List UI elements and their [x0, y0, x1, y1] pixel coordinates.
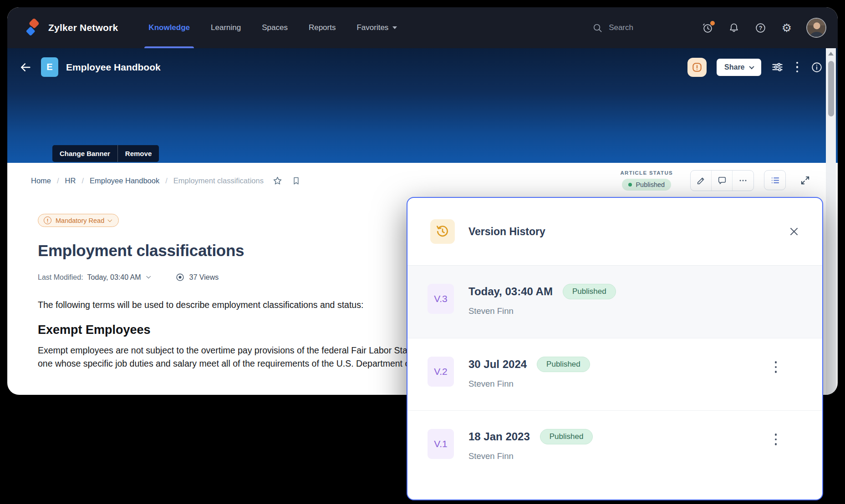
- more-options-button[interactable]: [733, 171, 753, 191]
- close-modal-button[interactable]: [789, 226, 799, 237]
- breadcrumb: Home / HR / Employee Handbook / Employme…: [31, 176, 301, 186]
- chevron-down-icon: [392, 26, 397, 29]
- version-author: Steven Finn: [468, 306, 616, 316]
- tab-knowledge[interactable]: Knowledge: [138, 7, 200, 48]
- notification-dot: [710, 21, 715, 25]
- last-modified-value[interactable]: Today, 03:40 AM: [87, 273, 141, 282]
- version-row-v1[interactable]: V.1 18 Jan 2023 Published Steven Finn: [407, 410, 822, 483]
- version-status-badge: Published: [540, 429, 593, 444]
- last-modified-label: Last Modified:: [38, 273, 83, 282]
- article-status-badge: Published: [622, 179, 671, 191]
- display-settings-button[interactable]: [771, 61, 784, 73]
- banner-title: Employee Handbook: [66, 62, 161, 73]
- version-author: Steven Finn: [468, 451, 593, 461]
- search-label: Search: [609, 23, 633, 32]
- user-avatar[interactable]: [806, 18, 826, 38]
- tab-reports[interactable]: Reports: [298, 7, 346, 48]
- version-status-badge: Published: [537, 357, 590, 372]
- tab-favorites[interactable]: Favorites: [346, 7, 407, 48]
- modal-header: Version History: [407, 198, 822, 265]
- edit-article-button[interactable]: [691, 171, 712, 191]
- version-row-v2[interactable]: V.2 30 Jul 2024 Published Steven Finn: [407, 338, 822, 410]
- back-button[interactable]: [19, 61, 32, 74]
- settings-gear-button[interactable]: ⚙: [781, 22, 793, 34]
- window-scrollbar[interactable]: [826, 48, 836, 395]
- notifications-bell-button[interactable]: [728, 22, 740, 34]
- info-button[interactable]: [811, 61, 823, 73]
- comment-button[interactable]: [712, 171, 733, 191]
- svg-text:?: ?: [758, 25, 762, 31]
- article-status-label: ARTICLE STATUS: [620, 170, 673, 176]
- article-status: ARTICLE STATUS Published: [620, 170, 673, 191]
- handbook-tile: E: [41, 57, 58, 77]
- breadcrumb-home[interactable]: Home: [31, 176, 51, 185]
- version-history-modal: Version History V.3 Today, 03:40 AM Publ…: [407, 197, 823, 500]
- table-of-contents-button[interactable]: [764, 170, 786, 190]
- article-tools: ARTICLE STATUS Published: [620, 170, 814, 191]
- fullscreen-button[interactable]: [796, 170, 814, 190]
- chevron-down-icon: [749, 64, 754, 69]
- tab-learning[interactable]: Learning: [200, 7, 251, 48]
- nav-right: Search ?: [592, 18, 826, 38]
- version-date: Today, 03:40 AM: [468, 285, 553, 298]
- help-button[interactable]: ?: [754, 22, 766, 34]
- mandatory-read-badge[interactable]: ! Mandatory Read: [38, 214, 119, 227]
- status-dot: [628, 183, 632, 186]
- zylker-logo-icon: [23, 18, 42, 37]
- article-banner: E Employee Handbook Share: [7, 48, 838, 163]
- top-navbar: Zylker Network Knowledge Learning Spaces…: [7, 7, 838, 48]
- tab-spaces[interactable]: Spaces: [251, 7, 298, 48]
- article-action-group: [690, 170, 754, 191]
- gear-icon: ⚙: [782, 22, 792, 34]
- chevron-down-icon: [108, 217, 112, 222]
- version-status-badge: Published: [563, 284, 616, 299]
- version-badge: V.3: [428, 284, 454, 314]
- alert-circle-icon: !: [44, 217, 51, 224]
- bookmark-button[interactable]: [291, 176, 301, 186]
- reminders-button[interactable]: [702, 22, 713, 34]
- scrollbar-thumb[interactable]: [828, 61, 834, 116]
- brand-name: Zylker Network: [48, 22, 118, 33]
- share-button[interactable]: Share: [717, 59, 761, 76]
- toolbar-row: Home / HR / Employee Handbook / Employme…: [7, 163, 838, 191]
- version-row-v3[interactable]: V.3 Today, 03:40 AM Published Steven Fin…: [407, 266, 822, 338]
- version-date: 18 Jan 2023: [468, 430, 530, 443]
- view-count: 37 Views: [175, 272, 219, 282]
- favorite-star-button[interactable]: [272, 176, 283, 186]
- nav-tabs: Knowledge Learning Spaces Reports Favori…: [138, 7, 407, 48]
- remove-banner-button[interactable]: Remove: [118, 145, 159, 162]
- mandatory-alert-badge[interactable]: [687, 58, 707, 77]
- version-options-button[interactable]: [771, 359, 781, 375]
- banner-more-options-button[interactable]: [794, 60, 801, 75]
- version-badge: V.2: [428, 357, 454, 387]
- breadcrumb-hr[interactable]: HR: [65, 176, 76, 185]
- version-history-icon: [430, 219, 455, 244]
- version-date: 30 Jul 2024: [468, 358, 527, 371]
- modal-title: Version History: [468, 226, 545, 238]
- version-options-button[interactable]: [771, 432, 781, 447]
- brand[interactable]: Zylker Network: [23, 18, 118, 37]
- screen: Zylker Network Knowledge Learning Spaces…: [0, 0, 845, 504]
- search-input[interactable]: Search: [592, 23, 633, 33]
- chevron-down-icon[interactable]: [146, 274, 151, 278]
- version-author: Steven Finn: [468, 379, 590, 389]
- search-icon: [592, 23, 603, 33]
- breadcrumb-employee-handbook[interactable]: Employee Handbook: [90, 176, 159, 185]
- change-banner-button[interactable]: Change Banner: [52, 145, 117, 162]
- breadcrumb-current: Employment classifications: [173, 176, 264, 185]
- banner-edit-group: Change Banner Remove: [52, 145, 159, 162]
- scrollbar-up-arrow[interactable]: [828, 52, 834, 55]
- version-badge: V.1: [428, 429, 454, 459]
